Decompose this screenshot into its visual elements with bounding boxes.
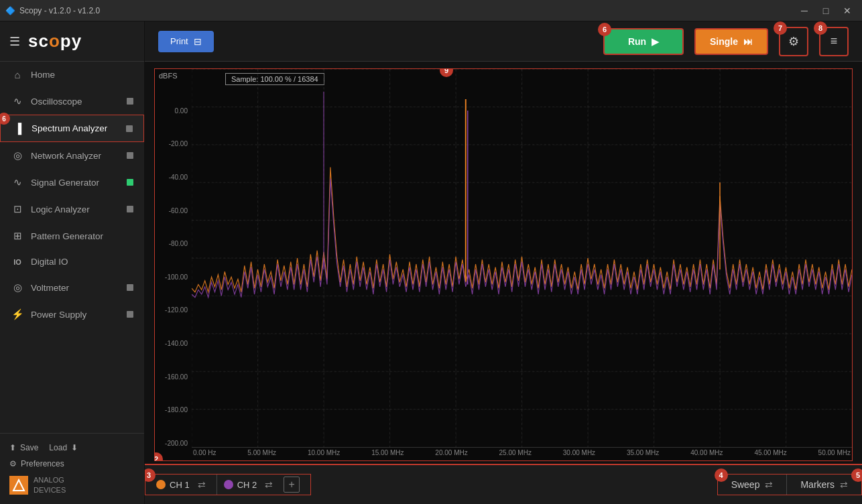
y-label-9: -180.00 xyxy=(159,406,188,414)
y-axis-title: dBFS xyxy=(159,72,188,80)
x-label-6: 30.00 MHz xyxy=(563,449,595,459)
y-label-7: -140.00 xyxy=(159,340,188,347)
toolbar: Print ⊟ 6 Run ▶ Single ⏭ 7 xyxy=(145,21,862,62)
prefs-icon: ⚙ xyxy=(9,459,17,468)
sidebar-item-label: Pattern Generator xyxy=(31,231,133,241)
badge-4: 4 xyxy=(715,468,728,482)
sidebar-item-logic-analyzer[interactable]: ⊡ Logic Analyzer xyxy=(0,196,144,223)
bottom-panel: 3 CH 1 ⇄ CH 2 ⇄ + xyxy=(145,464,862,504)
menu-btn-wrapper: 8 ≡ xyxy=(819,27,849,56)
single-label: Single xyxy=(710,36,738,47)
badge-7: 7 xyxy=(774,21,787,35)
badge-1: 6 xyxy=(0,113,10,125)
sidebar-item-spectrum-analyzer[interactable]: 6 ▐ Spectrum Analyzer xyxy=(0,115,144,142)
x-label-9: 45.00 MHz xyxy=(754,449,786,459)
digital-io-icon: IO xyxy=(11,258,24,266)
home-icon: ⌂ xyxy=(11,69,24,80)
chart-plot: 9 Sample: 100.00 % / 16384 xyxy=(192,69,852,460)
titlebar-left: 🔷 Scopy - v1.2.0 - v1.2.0 xyxy=(5,6,100,15)
ch1-settings-button[interactable]: ⇄ xyxy=(194,477,210,493)
sidebar-header: ☰ scopy xyxy=(0,21,144,62)
x-label-1: 5.00 MHz xyxy=(247,449,276,459)
print-icon: ⊟ xyxy=(194,36,202,47)
sidebar-item-pattern-generator[interactable]: ⊞ Pattern Generator xyxy=(0,223,144,249)
run-icon: ▶ xyxy=(652,36,659,47)
sidebar: ☰ scopy ⌂ Home ∿ Oscilloscope 6 ▐ Spectr… xyxy=(0,21,145,504)
badge-5: 5 xyxy=(851,468,862,482)
spectrum-chart xyxy=(192,69,852,447)
load-button[interactable]: Load ⬇ xyxy=(49,443,78,452)
sidebar-item-digital-io[interactable]: IO Digital IO xyxy=(0,249,144,274)
power-icon: ⚡ xyxy=(11,308,24,320)
y-label-5: -100.00 xyxy=(159,273,188,281)
y-label-10: -200.00 xyxy=(159,440,188,447)
badge-8: 8 xyxy=(814,21,827,35)
sidebar-item-label: Logic Analyzer xyxy=(31,204,120,214)
sweep-markers-wrapper: 4 5 Sweep ⇄ Markers ⇄ xyxy=(717,474,862,495)
menu-icon[interactable]: ☰ xyxy=(9,34,20,49)
single-icon: ⏭ xyxy=(743,36,753,47)
sidebar-item-voltmeter[interactable]: ◎ Voltmeter xyxy=(0,274,144,301)
y-label-0: 0.00 xyxy=(159,107,188,115)
markers-label: Markers xyxy=(800,479,835,490)
oscilloscope-icon: ∿ xyxy=(11,95,24,107)
single-btn-wrapper: Single ⏭ xyxy=(694,28,768,55)
markers-settings-icon: ⇄ xyxy=(840,479,848,490)
y-label-1: -20.00 xyxy=(159,140,188,147)
y-label-8: -160.00 xyxy=(159,373,188,381)
print-button[interactable]: Print ⊟ xyxy=(158,31,214,52)
sidebar-item-label: Power Supply xyxy=(31,310,120,320)
badge-6: 6 xyxy=(598,23,611,36)
main-layout: ☰ scopy ⌂ Home ∿ Oscilloscope 6 ▐ Spectr… xyxy=(0,21,862,504)
sidebar-item-home[interactable]: ⌂ Home xyxy=(0,62,144,88)
x-label-4: 20.00 MHz xyxy=(435,449,467,459)
run-btn-wrapper: 6 Run ▶ xyxy=(603,28,684,55)
print-label: Print xyxy=(170,36,188,46)
add-channel-button[interactable]: + xyxy=(284,477,300,493)
sweep-label: Sweep xyxy=(731,479,760,490)
ch2-item: CH 2 ⇄ xyxy=(224,477,278,493)
x-label-2: 10.00 MHz xyxy=(308,449,340,459)
menu-lines-icon: ≡ xyxy=(830,34,838,48)
ad-logo-text: ANALOGDEVICES xyxy=(34,475,66,495)
titlebar-controls: ─ □ ✕ xyxy=(795,4,857,17)
status-indicator xyxy=(127,311,133,318)
x-label-7: 35.00 MHz xyxy=(627,449,659,459)
status-indicator xyxy=(127,206,133,212)
ad-logo-box xyxy=(9,476,28,495)
chart-container: 2 dBFS 0.00 -20.00 -40.00 -60.00 -80.00 … xyxy=(154,68,853,461)
sidebar-item-network-analyzer[interactable]: ◎ Network Analyzer xyxy=(0,142,144,169)
markers-button[interactable]: Markers ⇄ xyxy=(787,479,861,490)
chart-area: 2 dBFS 0.00 -20.00 -40.00 -60.00 -80.00 … xyxy=(145,62,862,464)
sidebar-item-power-supply[interactable]: ⚡ Power Supply xyxy=(0,301,144,328)
sidebar-item-oscilloscope[interactable]: ∿ Oscilloscope xyxy=(0,88,144,115)
preferences-button[interactable]: ⚙ Preferences xyxy=(9,456,135,471)
svg-marker-0 xyxy=(13,480,24,491)
x-label-5: 25.00 MHz xyxy=(499,449,532,459)
app-title: Scopy - v1.2.0 - v1.2.0 xyxy=(19,6,100,15)
sidebar-footer: ⬆ Save Load ⬇ ⚙ Preferences ANALOGDEVI xyxy=(0,433,144,504)
settings-btn-wrapper: 7 ⚙ xyxy=(779,27,808,56)
single-button[interactable]: Single ⏭ xyxy=(694,28,768,55)
save-icon: ⬆ xyxy=(9,443,16,452)
run-button[interactable]: Run ▶ xyxy=(603,28,684,55)
sidebar-item-label: Home xyxy=(31,70,133,80)
channels-section: CH 1 ⇄ CH 2 ⇄ + xyxy=(145,474,311,495)
save-load-row: ⬆ Save Load ⬇ xyxy=(9,439,135,456)
maximize-button[interactable]: □ xyxy=(816,4,835,17)
close-button[interactable]: ✕ xyxy=(838,4,857,17)
channel-divider xyxy=(217,475,217,495)
minimize-button[interactable]: ─ xyxy=(795,4,814,17)
sweep-button[interactable]: Sweep ⇄ xyxy=(718,479,787,490)
network-icon: ◎ xyxy=(11,149,24,162)
sidebar-item-signal-generator[interactable]: ∿ Signal Generator xyxy=(0,169,144,196)
ch2-settings-button[interactable]: ⇄ xyxy=(261,477,277,493)
voltmeter-icon: ◎ xyxy=(11,281,24,294)
signal-gen-icon: ∿ xyxy=(11,176,24,188)
load-label: Load xyxy=(49,443,67,452)
ch1-label: CH 1 xyxy=(170,480,190,490)
save-button[interactable]: ⬆ Save xyxy=(9,443,38,452)
y-label-2: -40.00 xyxy=(159,174,188,181)
x-label-8: 40.00 MHz xyxy=(690,449,723,459)
run-label: Run xyxy=(628,36,646,47)
